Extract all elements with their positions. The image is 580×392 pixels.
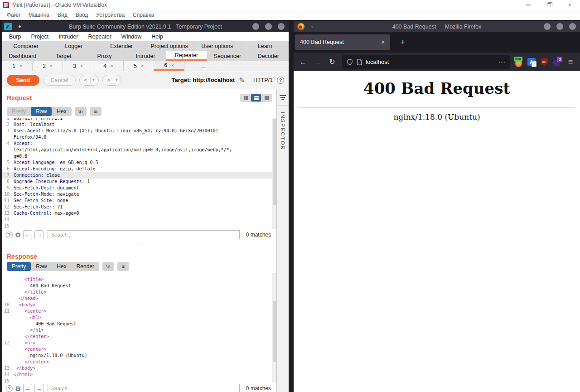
burp-menu-help[interactable]: Help bbox=[146, 34, 168, 40]
burp-tab-learn[interactable]: Learn bbox=[242, 42, 289, 51]
shield-icon[interactable] bbox=[347, 59, 353, 65]
response-view-tab-hex[interactable]: Hex bbox=[52, 262, 71, 271]
layout-single-button[interactable] bbox=[261, 94, 271, 102]
editor-menu-button[interactable]: ≡ bbox=[90, 107, 102, 116]
translate-extension-icon[interactable]: A bbox=[526, 56, 537, 68]
repeater-tab-3[interactable]: 3× bbox=[63, 61, 93, 71]
search-help-icon[interactable]: ? bbox=[6, 232, 13, 238]
response-scroll-thumb[interactable] bbox=[273, 301, 276, 362]
previous-match-button[interactable]: ← bbox=[23, 230, 32, 239]
repeater-tab-2[interactable]: 2× bbox=[33, 61, 63, 71]
forward-request-button[interactable]: > ▾ bbox=[102, 75, 122, 86]
burp-menu-window[interactable]: Window bbox=[116, 34, 146, 40]
burp-tab-repeater[interactable]: Repeater bbox=[166, 51, 207, 61]
minimize-circle-icon[interactable] bbox=[252, 23, 259, 30]
response-search-input[interactable] bbox=[48, 384, 240, 392]
host-menu-вид[interactable]: Вид bbox=[53, 12, 72, 18]
burp-menu-burp[interactable]: Burp bbox=[4, 34, 26, 40]
tab-close-icon[interactable]: × bbox=[171, 63, 174, 68]
tab-close-icon[interactable]: × bbox=[50, 63, 53, 68]
response-editor[interactable]: <title> 400 Bad Request </title> </head>… bbox=[2, 273, 276, 382]
burp-menu-intruder[interactable]: Intruder bbox=[53, 34, 83, 40]
response-view-tab-render[interactable]: Render bbox=[72, 262, 99, 271]
http-version-label[interactable]: HTTP/1 bbox=[253, 77, 273, 83]
burp-titlebar[interactable]: Burp Suite Community Edition v2021.9.1 -… bbox=[2, 21, 289, 32]
close-circle-icon[interactable] bbox=[569, 23, 576, 30]
burp-tab-user-options[interactable]: User options bbox=[193, 42, 242, 51]
response-view-tab-pretty[interactable]: Pretty bbox=[7, 262, 31, 271]
request-view-tab-hex[interactable]: Hex bbox=[52, 107, 71, 116]
search-help-icon[interactable]: ? bbox=[6, 385, 13, 392]
close-button[interactable]: × bbox=[559, 0, 580, 10]
minimize-button[interactable] bbox=[517, 0, 538, 10]
pane-splitter-handle[interactable]: ⋯ bbox=[2, 241, 276, 246]
previous-match-button[interactable]: ← bbox=[23, 384, 32, 392]
burp-tab-dashboard[interactable]: Dashboard bbox=[2, 51, 43, 61]
burp-menu-repeater[interactable]: Repeater bbox=[83, 34, 116, 40]
host-menu-устройства[interactable]: Устройства bbox=[92, 12, 129, 18]
inspector-collapse-button[interactable] bbox=[277, 89, 289, 106]
reload-button[interactable]: ↻ bbox=[325, 56, 339, 68]
tab-close-icon[interactable]: × bbox=[19, 63, 22, 68]
repeater-tab-6[interactable]: 6× bbox=[154, 61, 184, 71]
tab-close-icon[interactable]: × bbox=[378, 38, 387, 47]
request-editor[interactable]: 1adsfGET / HTTP/1.12Host: localhost3User… bbox=[2, 118, 276, 229]
request-scrollbar[interactable] bbox=[272, 118, 276, 229]
response-scrollbar[interactable] bbox=[272, 273, 276, 382]
host-menu-файл[interactable]: Файл bbox=[3, 12, 24, 18]
response-view-tab-raw[interactable]: Raw bbox=[31, 262, 52, 271]
repeater-tab-1[interactable]: 1× bbox=[2, 61, 33, 71]
page-info-icon[interactable] bbox=[357, 59, 362, 65]
next-match-button[interactable]: → bbox=[34, 384, 44, 392]
repeater-tab-5[interactable]: 5× bbox=[124, 61, 154, 71]
restore-button[interactable] bbox=[538, 0, 559, 10]
back-button[interactable]: ← bbox=[296, 56, 310, 68]
request-search-input[interactable] bbox=[48, 230, 240, 239]
search-settings-gear-icon[interactable]: ⚙ bbox=[15, 232, 21, 238]
request-view-tab-pretty[interactable]: Pretty bbox=[7, 107, 31, 116]
layout-columns-button[interactable] bbox=[241, 94, 251, 102]
tab-close-icon[interactable]: × bbox=[141, 63, 144, 68]
burp-tab-logger[interactable]: Logger bbox=[50, 42, 98, 51]
maximize-circle-icon[interactable] bbox=[556, 23, 563, 30]
help-icon[interactable]: ? bbox=[277, 77, 284, 84]
cancel-button[interactable]: Cancel bbox=[43, 75, 76, 86]
burp-menu-project[interactable]: Project bbox=[26, 34, 53, 40]
request-scroll-thumb[interactable] bbox=[273, 119, 276, 205]
burp-tab-comparer[interactable]: Comparer bbox=[2, 42, 50, 51]
repeater-tab-overflow[interactable]: ... bbox=[184, 61, 224, 71]
minimize-circle-icon[interactable] bbox=[544, 23, 551, 30]
host-menu-справка[interactable]: Справка bbox=[129, 12, 158, 18]
browser-tab-active[interactable]: 400 Bad Request × bbox=[295, 34, 390, 50]
forward-button[interactable]: → bbox=[311, 56, 324, 68]
page-actions-more-icon[interactable]: ⋯ bbox=[498, 58, 505, 66]
app-menu-hamburger-icon[interactable]: ≡ bbox=[564, 56, 577, 68]
edit-target-pencil-icon[interactable]: ✎ bbox=[239, 76, 245, 84]
burp-window-buttons[interactable] bbox=[252, 23, 285, 30]
back-request-button[interactable]: < ▾ bbox=[79, 75, 99, 86]
newline-toggle-button[interactable]: \n bbox=[75, 107, 87, 116]
layout-rows-button[interactable] bbox=[251, 94, 261, 102]
burp-tab-target[interactable]: Target bbox=[43, 51, 84, 61]
tab-close-icon[interactable]: × bbox=[111, 63, 113, 68]
next-match-button[interactable]: → bbox=[34, 230, 44, 239]
inspector-label[interactable]: INSPECTOR bbox=[280, 112, 285, 150]
burp-tab-decoder[interactable]: Decoder bbox=[248, 51, 289, 61]
url-bar[interactable]: localhost ⋯ bbox=[342, 55, 510, 69]
host-menu-ввод[interactable]: Ввод bbox=[72, 12, 92, 18]
request-view-tab-raw[interactable]: Raw bbox=[31, 107, 52, 116]
send-button[interactable]: Send bbox=[7, 75, 39, 86]
host-menu-машина[interactable]: Машина bbox=[24, 12, 53, 18]
editor-menu-button[interactable]: ≡ bbox=[117, 262, 129, 271]
repeater-tab-4[interactable]: 4× bbox=[93, 61, 124, 71]
search-settings-gear-icon[interactable]: ⚙ bbox=[15, 385, 21, 392]
burp-tab-proxy[interactable]: Proxy bbox=[84, 51, 125, 61]
burp-tab-intruder[interactable]: Intruder bbox=[125, 51, 166, 61]
burp-tab-sequencer[interactable]: Sequencer bbox=[207, 51, 248, 61]
burp-tab-extender[interactable]: Extender bbox=[98, 42, 146, 51]
addon-with-badge-icon[interactable]: 3 bbox=[551, 56, 563, 68]
burp-tab-project-options[interactable]: Project options bbox=[146, 42, 194, 51]
foxyproxy-extension-icon[interactable]: Bur bbox=[513, 56, 525, 68]
firefox-window-buttons[interactable] bbox=[544, 23, 576, 30]
close-circle-icon[interactable] bbox=[278, 23, 285, 30]
